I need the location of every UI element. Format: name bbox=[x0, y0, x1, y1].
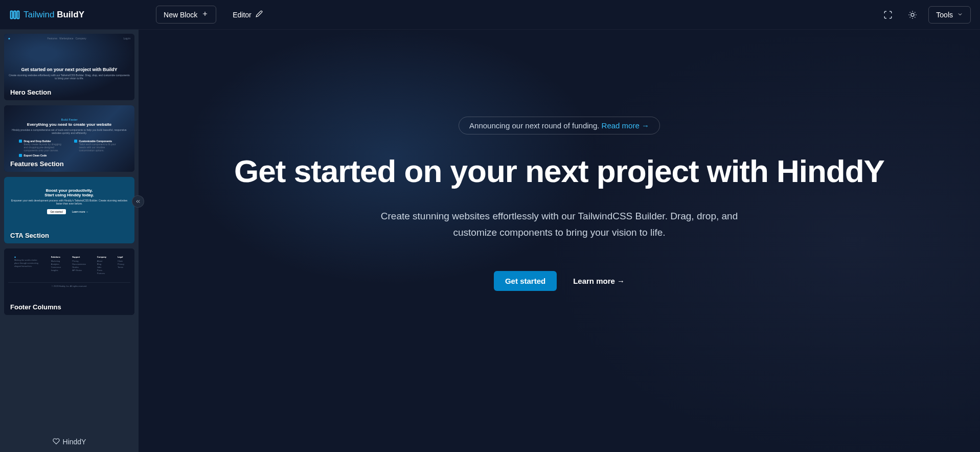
editor-button[interactable]: Editor bbox=[225, 6, 270, 23]
thumb-title: Get started on your next project with Bu… bbox=[21, 67, 117, 73]
sidebar: ◆ FeaturesMarketplaceCompany Log in Get … bbox=[0, 30, 139, 452]
theme-toggle-button[interactable] bbox=[904, 6, 921, 24]
block-label: Hero Section bbox=[10, 88, 51, 96]
header-right: Tools bbox=[879, 6, 971, 24]
main: ◆ FeaturesMarketplaceCompany Log in Get … bbox=[0, 30, 980, 452]
block-label: Footer Columns bbox=[10, 303, 61, 311]
logo-icon bbox=[9, 9, 20, 20]
new-block-label: New Block bbox=[164, 11, 197, 19]
hero-buttons: Get started Learn more → bbox=[494, 271, 625, 291]
svg-point-3 bbox=[911, 13, 914, 16]
block-footer-columns[interactable]: ◆Making the world a better place through… bbox=[4, 248, 134, 315]
announcement-badge: Announcing our next round of funding. Re… bbox=[459, 117, 660, 134]
block-label: Features Section bbox=[10, 160, 64, 168]
hero-title: Get started on your next project with Hi… bbox=[234, 154, 884, 189]
block-features-section[interactable]: Build Faster Everything you need to crea… bbox=[4, 105, 134, 172]
new-block-button[interactable]: New Block bbox=[156, 6, 216, 24]
tools-button[interactable]: Tools bbox=[928, 6, 971, 24]
canvas: Announcing our next round of funding. Re… bbox=[139, 30, 980, 452]
announcement-text: Announcing our next round of funding. bbox=[469, 121, 602, 130]
block-cta-section[interactable]: Boost your productivity. Start using Hin… bbox=[4, 177, 134, 243]
block-label: CTA Section bbox=[10, 232, 49, 239]
collapse-sidebar-button[interactable] bbox=[132, 195, 144, 208]
get-started-button[interactable]: Get started bbox=[494, 271, 557, 291]
thumb-nav: ◆ FeaturesMarketplaceCompany Log in bbox=[4, 37, 134, 40]
header-buttons: New Block Editor bbox=[156, 6, 270, 24]
svg-rect-1 bbox=[14, 11, 16, 18]
block-hero-section[interactable]: ◆ FeaturesMarketplaceCompany Log in Get … bbox=[4, 34, 134, 100]
pencil-icon bbox=[256, 10, 263, 19]
hero-description: Create stunning websites effortlessly wi… bbox=[375, 208, 743, 241]
announcement-link[interactable]: Read more → bbox=[602, 121, 649, 130]
sidebar-footer[interactable]: HinddY bbox=[0, 432, 139, 452]
tools-label: Tools bbox=[936, 11, 953, 19]
learn-more-button[interactable]: Learn more → bbox=[573, 277, 625, 285]
svg-rect-0 bbox=[11, 11, 13, 18]
header: Tailwind BuildY New Block Editor Tools bbox=[0, 0, 980, 30]
logo[interactable]: Tailwind BuildY bbox=[9, 9, 84, 20]
plus-icon bbox=[201, 10, 209, 19]
heart-icon bbox=[53, 438, 60, 446]
svg-rect-2 bbox=[17, 11, 19, 18]
sidebar-footer-label: HinddY bbox=[63, 438, 86, 446]
thumb-sub: Create stunning websites effortlessly wi… bbox=[8, 74, 130, 80]
chevron-down-icon bbox=[957, 11, 963, 19]
logo-text: Tailwind BuildY bbox=[24, 10, 84, 20]
editor-label: Editor bbox=[233, 11, 252, 19]
fullscreen-button[interactable] bbox=[879, 6, 897, 24]
